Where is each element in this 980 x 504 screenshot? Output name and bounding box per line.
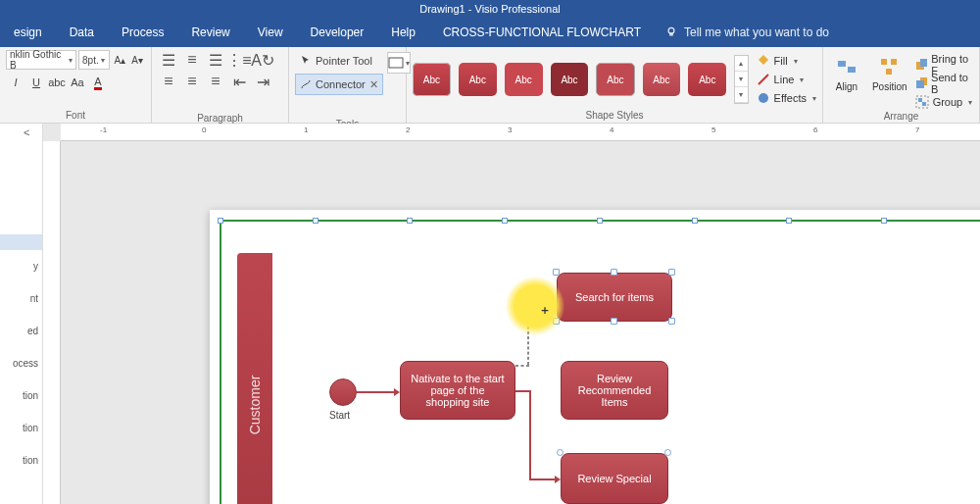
navigate-shape[interactable]: Nativate to the start page of the shoppi…: [400, 361, 515, 420]
drawing-page[interactable]: Customer Start Nativate to the start pag…: [210, 210, 980, 504]
panel-item[interactable]: tion: [4, 455, 38, 466]
align-bottom-button[interactable]: ≡: [205, 72, 226, 91]
shape-style-2[interactable]: Abc: [459, 63, 497, 96]
connection-point[interactable]: [664, 449, 671, 456]
line-icon: [757, 73, 770, 86]
decrease-indent-button[interactable]: ⇤: [228, 72, 250, 91]
tab-review[interactable]: Review: [177, 18, 243, 47]
connector-dashed[interactable]: [515, 365, 529, 367]
shape-style-4[interactable]: Abc: [551, 63, 589, 96]
pointer-tool-button[interactable]: Pointer Tool: [295, 50, 383, 72]
svg-point-0: [668, 27, 674, 33]
connector-line[interactable]: [529, 479, 555, 480]
underline-button[interactable]: U: [26, 72, 46, 93]
panel-item[interactable]: ocess: [4, 358, 38, 369]
title-bar: Drawing1 - Visio Professional: [0, 0, 980, 18]
canvas[interactable]: -101234567 Customer Start Nati: [43, 124, 980, 504]
shape-styles-more[interactable]: ▴▾▾: [734, 55, 748, 104]
group-icon: [915, 95, 929, 109]
tab-design[interactable]: esign: [0, 18, 56, 47]
shapes-panel[interactable]: < y nt ed ocess tion tion tion: [0, 124, 43, 504]
align-left-button[interactable]: ☰: [158, 50, 179, 70]
font-name-combo[interactable]: nklin Gothic B▾: [6, 50, 76, 70]
font-size-combo[interactable]: 8pt.▾: [78, 50, 110, 70]
align-button[interactable]: Align: [829, 56, 864, 92]
resize-handle[interactable]: [553, 269, 560, 276]
align-center-button[interactable]: ≡: [181, 50, 203, 70]
font-color-button[interactable]: A: [88, 72, 108, 93]
menu-bar: esign Data Process Review View Developer…: [0, 18, 980, 47]
collapse-icon[interactable]: <: [24, 126, 29, 138]
connector-icon: [300, 78, 312, 90]
shape-styles-group-label: Shape Styles: [413, 110, 816, 123]
group-button[interactable]: Group▾: [915, 93, 973, 111]
panel-item[interactable]: tion: [4, 390, 38, 401]
shape-style-3[interactable]: Abc: [505, 63, 543, 96]
close-icon[interactable]: ✕: [369, 78, 378, 91]
connector-line[interactable]: [529, 390, 531, 480]
resize-handle[interactable]: [668, 318, 675, 325]
rotate-text-button[interactable]: A↻: [252, 50, 273, 70]
bullets-button[interactable]: ⋮≡: [228, 50, 250, 70]
effects-dropdown[interactable]: Effects▾: [757, 89, 816, 107]
grow-font-button[interactable]: A▴: [112, 50, 127, 70]
tab-data[interactable]: Data: [56, 18, 108, 47]
svg-rect-12: [916, 80, 924, 88]
review-special-shape[interactable]: Review Special: [561, 453, 668, 504]
send-to-back-button[interactable]: Send to B: [915, 75, 973, 92]
group-tools: Pointer Tool Connector ✕ ▾ Tools: [289, 47, 407, 123]
ribbon: nklin Gothic B▾ 8pt.▾ A▴ A▾ I U abc Aa A…: [0, 47, 980, 124]
review-recommended-shape[interactable]: Review Recommended Items: [561, 361, 668, 420]
start-shape[interactable]: [329, 378, 357, 406]
search-shape[interactable]: Search for items: [557, 273, 672, 322]
align-middle-button[interactable]: ≡: [181, 72, 203, 91]
send-back-icon: [915, 76, 927, 90]
crosshair-cursor: ＋: [539, 302, 551, 319]
svg-line-2: [759, 75, 768, 84]
resize-handle[interactable]: [611, 318, 617, 325]
align-right-button[interactable]: ☰: [205, 50, 226, 70]
shape-style-6[interactable]: Abc: [643, 63, 681, 96]
ruler-tick: 4: [610, 126, 613, 134]
fill-dropdown[interactable]: Fill▾: [757, 52, 816, 70]
tell-me-search[interactable]: Tell me what you want to do: [664, 25, 829, 39]
start-label: Start: [329, 410, 350, 421]
ruler-tick: -1: [100, 126, 107, 134]
tab-view[interactable]: View: [244, 18, 297, 47]
selection-handles[interactable]: [218, 218, 980, 226]
swimlane-customer[interactable]: Customer: [237, 253, 272, 504]
change-case-button[interactable]: Aa: [68, 72, 87, 93]
tab-cross-functional[interactable]: CROSS-FUNCTIONAL FLOWCHART: [429, 18, 655, 47]
increase-indent-button[interactable]: ⇥: [252, 72, 273, 91]
resize-handle[interactable]: [553, 318, 560, 325]
arrange-group-label: Arrange: [829, 111, 973, 124]
connection-point[interactable]: [557, 449, 564, 456]
horizontal-ruler: -101234567: [61, 124, 980, 141]
svg-rect-10: [920, 59, 928, 67]
italic-button[interactable]: I: [6, 72, 25, 93]
swimlane-container[interactable]: Customer Start Nativate to the start pag…: [220, 220, 980, 504]
tab-help[interactable]: Help: [377, 18, 429, 47]
position-button[interactable]: Position: [872, 56, 907, 92]
shrink-font-button[interactable]: A▾: [129, 50, 145, 70]
line-dropdown[interactable]: Line▾: [757, 71, 816, 88]
panel-item[interactable]: ed: [4, 326, 38, 336]
resize-handle[interactable]: [611, 269, 617, 276]
connector-tool-button[interactable]: Connector ✕: [295, 74, 383, 95]
group-shape-styles: Abc Abc Abc Abc Abc Abc Abc ▴▾▾ Fill▾ Li…: [407, 47, 823, 123]
resize-handle[interactable]: [668, 269, 675, 276]
align-top-button[interactable]: ≡: [158, 72, 179, 91]
shape-style-1[interactable]: Abc: [413, 63, 451, 96]
tab-process[interactable]: Process: [108, 18, 177, 47]
panel-item[interactable]: y: [4, 261, 38, 272]
effects-icon: [757, 91, 770, 105]
tab-developer[interactable]: Developer: [297, 18, 378, 47]
panel-item[interactable]: nt: [4, 293, 38, 304]
shape-style-7[interactable]: Abc: [688, 63, 726, 96]
panel-item[interactable]: tion: [4, 423, 38, 433]
connector-line[interactable]: [357, 391, 394, 393]
svg-point-3: [759, 93, 768, 103]
strikethrough-button[interactable]: abc: [47, 72, 67, 93]
connector-dashed[interactable]: [527, 306, 529, 365]
shape-style-5[interactable]: Abc: [596, 63, 634, 96]
